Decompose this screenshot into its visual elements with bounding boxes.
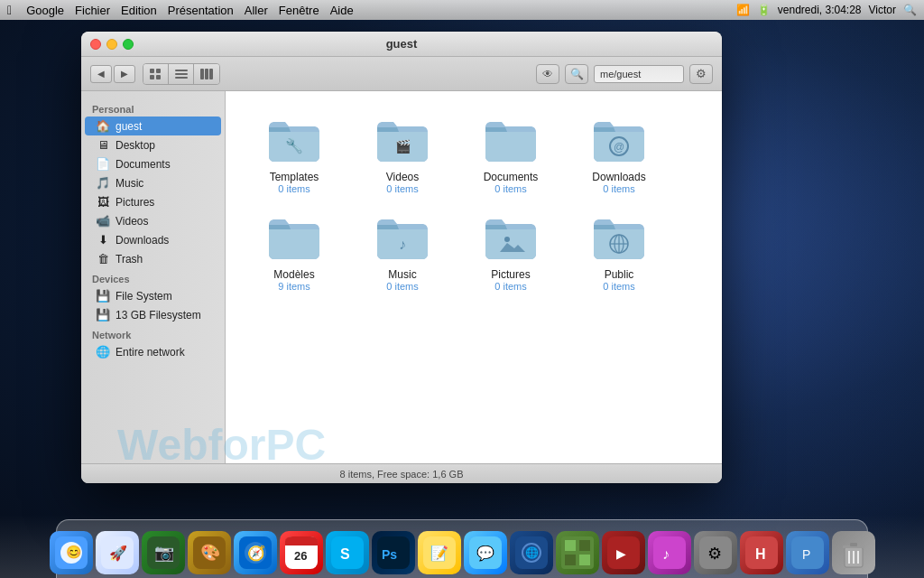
sidebar-item-desktop[interactable]: 🖥 Desktop <box>85 135 221 154</box>
dock-itunes-icon[interactable]: ♪ <box>648 531 691 574</box>
sidebar-item-videos[interactable]: 📹 Videos <box>85 211 221 230</box>
svg-text:🎬: 🎬 <box>395 139 411 154</box>
folder-templates[interactable]: 🔧 Templates 0 items <box>240 106 348 203</box>
dock-sysprefs-icon[interactable]: ⚙ <box>694 531 737 574</box>
folder-templates-name: Templates <box>270 171 319 183</box>
maximize-button[interactable] <box>123 39 134 50</box>
sidebar-item-pictures[interactable]: 🖼 Pictures <box>85 192 221 211</box>
dock-net-icon[interactable]: 🌐 <box>510 531 553 574</box>
search-button[interactable]: 🔍 <box>565 64 588 84</box>
folder-videos[interactable]: 🎬 Videos 0 items <box>348 106 457 203</box>
sidebar-item-entire-network[interactable]: 🌐 Entire network <box>85 342 221 361</box>
menu-edition[interactable]: Edition <box>121 4 157 17</box>
apple-menu[interactable]:  <box>7 3 12 17</box>
dock-finder-icon[interactable]: 😊 <box>50 531 93 574</box>
menu-google[interactable]: Google <box>26 4 64 17</box>
svg-text:♪: ♪ <box>662 546 670 562</box>
dock-safari-icon[interactable]: 🧭 <box>234 531 277 574</box>
folder-pictures-icon <box>482 212 540 263</box>
svg-text:📝: 📝 <box>430 545 448 562</box>
eye-button[interactable]: 👁 <box>536 64 559 84</box>
column-view-button[interactable] <box>194 64 219 84</box>
svg-rect-54 <box>653 536 686 569</box>
dock-skype-icon[interactable]: S <box>326 531 369 574</box>
svg-rect-49 <box>579 540 590 551</box>
svg-text:🧭: 🧭 <box>247 545 265 562</box>
window-body: Personal 🏠 guest 🖥 Desktop 📄 Documents 🎵… <box>81 91 722 463</box>
folder-videos-name: Videos <box>386 171 419 183</box>
svg-text:S: S <box>340 546 350 562</box>
list-view-button[interactable] <box>169 64 194 84</box>
toolbar: ◀ ▶ <box>81 57 722 91</box>
dock-dvd-icon[interactable]: ▶ <box>602 531 645 574</box>
downloads-icon: ⬇ <box>96 233 110 247</box>
menu-presentation[interactable]: Présentation <box>168 4 234 17</box>
menubar-battery-icon: 🔋 <box>757 4 771 16</box>
dock-stickies-icon[interactable]: 📝 <box>418 531 461 574</box>
folder-music[interactable]: ♪ Music 0 items <box>348 203 457 301</box>
sidebar-item-documents[interactable]: 📄 Documents <box>85 154 221 173</box>
dock-launchpad-icon[interactable]: 🚀 <box>96 531 139 574</box>
sidebar-item-downloads[interactable]: ⬇ Downloads <box>85 230 221 249</box>
title-bar: guest <box>81 32 722 57</box>
menu-aide[interactable]: Aide <box>330 4 354 17</box>
folder-documents-name: Documents <box>484 171 539 183</box>
svg-rect-8 <box>205 69 208 79</box>
folder-modeles-count: 9 items <box>278 281 310 292</box>
folder-documents[interactable]: Documents 0 items <box>457 106 565 203</box>
folder-public[interactable]: Public 0 items <box>565 203 673 301</box>
svg-text:🚀: 🚀 <box>109 545 127 562</box>
svg-rect-9 <box>209 69 213 79</box>
close-button[interactable] <box>90 39 101 50</box>
menu-fenetre[interactable]: Fenêtre <box>279 4 319 17</box>
folder-templates-icon: 🔧 <box>265 115 323 165</box>
dock-textedit-icon[interactable]: H <box>740 531 783 574</box>
folder-videos-count: 0 items <box>386 183 418 194</box>
forward-button[interactable]: ▶ <box>114 65 135 83</box>
menubar:  Google Fichier Edition Présentation Al… <box>0 0 924 20</box>
menubar-search-icon[interactable]: 🔍 <box>903 4 917 16</box>
folder-pictures[interactable]: Pictures 0 items <box>457 203 565 301</box>
dock-messages-icon[interactable]: 💬 <box>464 531 507 574</box>
dock-calendar-icon[interactable]: 26 <box>280 531 323 574</box>
sidebar-section-devices: Devices <box>81 268 225 286</box>
sidebar-section-personal: Personal <box>81 98 225 117</box>
sidebar-item-guest[interactable]: 🏠 guest <box>85 117 221 135</box>
svg-rect-4 <box>175 70 188 71</box>
svg-text:📷: 📷 <box>154 543 175 563</box>
path-input[interactable]: me/guest <box>594 65 684 83</box>
folder-modeles-name: Modèles <box>273 268 314 281</box>
back-button[interactable]: ◀ <box>90 65 112 83</box>
menubar-left:  Google Fichier Edition Présentation Al… <box>7 3 725 17</box>
dock-preview-icon[interactable]: P <box>786 531 829 574</box>
svg-text:@: @ <box>614 141 624 154</box>
svg-rect-51 <box>579 555 590 565</box>
dock-trash-icon[interactable] <box>832 531 875 574</box>
sidebar-item-13gb[interactable]: 💾 13 GB Filesystem <box>85 305 221 324</box>
dock-photo-icon[interactable]: 📷 <box>142 531 185 574</box>
traffic-lights <box>90 39 134 50</box>
gear-button[interactable]: ⚙ <box>689 64 713 84</box>
menu-fichier[interactable]: Fichier <box>75 4 110 17</box>
sidebar-item-filesystem[interactable]: 💾 File System <box>85 286 221 305</box>
svg-text:H: H <box>755 546 766 562</box>
dock-art-icon[interactable]: 🎨 <box>188 531 231 574</box>
folder-modeles[interactable]: Modèles 9 items <box>240 203 348 301</box>
svg-text:▶: ▶ <box>616 546 626 561</box>
dock-photoshop-icon[interactable]: Ps <box>372 531 415 574</box>
filesystem-icon: 💾 <box>96 289 110 303</box>
dock-minecraft-icon[interactable] <box>556 531 599 574</box>
icon-view-button[interactable] <box>143 64 169 84</box>
folder-public-count: 0 items <box>603 281 634 292</box>
svg-text:♪: ♪ <box>399 237 406 252</box>
minimize-button[interactable] <box>106 39 117 50</box>
svg-rect-2 <box>150 75 154 79</box>
sidebar-item-music[interactable]: 🎵 Music <box>85 173 221 192</box>
sidebar-item-trash[interactable]: 🗑 Trash <box>85 249 221 268</box>
pictures-icon: 🖼 <box>96 195 110 209</box>
folder-public-icon <box>590 212 648 263</box>
folder-templates-count: 0 items <box>278 183 310 194</box>
folder-downloads[interactable]: @ Downloads 0 items <box>565 106 673 203</box>
menu-aller[interactable]: Aller <box>245 4 268 17</box>
videos-icon: 📹 <box>96 214 110 228</box>
